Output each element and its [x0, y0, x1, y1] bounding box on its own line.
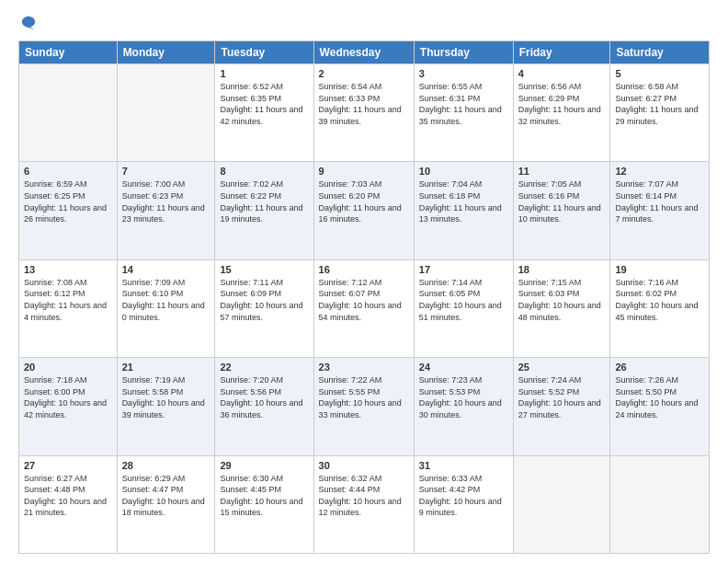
- header: [18, 15, 710, 31]
- calendar-cell: 16Sunrise: 7:12 AMSunset: 6:07 PMDayligh…: [313, 259, 414, 357]
- calendar-cell: 21Sunrise: 7:19 AMSunset: 5:58 PMDayligh…: [117, 358, 215, 455]
- day-info: Sunrise: 7:15 AMSunset: 6:03 PMDaylight:…: [518, 277, 606, 323]
- day-info: Sunrise: 7:26 AMSunset: 5:50 PMDaylight:…: [615, 374, 704, 420]
- calendar-cell: 14Sunrise: 7:09 AMSunset: 6:10 PMDayligh…: [117, 259, 215, 357]
- day-number: 3: [419, 68, 508, 79]
- day-number: 11: [518, 166, 606, 177]
- day-info: Sunrise: 7:09 AMSunset: 6:10 PMDaylight:…: [122, 277, 210, 323]
- calendar-cell: 1Sunrise: 6:52 AMSunset: 6:35 PMDaylight…: [215, 64, 313, 162]
- calendar-cell: 6Sunrise: 6:59 AMSunset: 6:25 PMDaylight…: [19, 162, 118, 259]
- day-info: Sunrise: 6:55 AMSunset: 6:31 PMDaylight:…: [419, 81, 508, 127]
- day-info: Sunrise: 6:32 AMSunset: 4:44 PMDaylight:…: [319, 473, 409, 519]
- calendar-cell: 2Sunrise: 6:54 AMSunset: 6:33 PMDaylight…: [313, 64, 414, 162]
- calendar-cell: 18Sunrise: 7:15 AMSunset: 6:03 PMDayligh…: [513, 259, 610, 357]
- day-number: 31: [419, 460, 508, 471]
- day-number: 7: [122, 166, 210, 177]
- day-info: Sunrise: 7:16 AMSunset: 6:02 PMDaylight:…: [615, 277, 704, 323]
- calendar-cell: 10Sunrise: 7:04 AMSunset: 6:18 PMDayligh…: [414, 162, 513, 259]
- day-number: 4: [518, 68, 606, 79]
- day-number: 25: [518, 362, 606, 373]
- logo: [18, 15, 37, 31]
- week-row-2: 6Sunrise: 6:59 AMSunset: 6:25 PMDaylight…: [19, 162, 710, 259]
- day-number: 15: [220, 264, 308, 275]
- day-info: Sunrise: 6:33 AMSunset: 4:42 PMDaylight:…: [419, 473, 508, 519]
- day-info: Sunrise: 7:24 AMSunset: 5:52 PMDaylight:…: [518, 374, 606, 420]
- logo-text: [18, 15, 37, 31]
- day-info: Sunrise: 7:07 AMSunset: 6:14 PMDaylight:…: [615, 178, 704, 224]
- week-row-4: 20Sunrise: 7:18 AMSunset: 6:00 PMDayligh…: [19, 358, 710, 455]
- day-number: 12: [615, 166, 704, 177]
- weekday-header-saturday: Saturday: [610, 41, 710, 64]
- calendar-cell: 12Sunrise: 7:07 AMSunset: 6:14 PMDayligh…: [610, 162, 710, 259]
- day-info: Sunrise: 7:02 AMSunset: 6:22 PMDaylight:…: [220, 178, 308, 224]
- day-number: 29: [220, 460, 308, 471]
- day-info: Sunrise: 7:08 AMSunset: 6:12 PMDaylight:…: [24, 277, 112, 323]
- day-number: 27: [24, 460, 112, 471]
- day-info: Sunrise: 6:59 AMSunset: 6:25 PMDaylight:…: [24, 178, 112, 224]
- calendar-cell: 22Sunrise: 7:20 AMSunset: 5:56 PMDayligh…: [215, 358, 313, 455]
- calendar-page: SundayMondayTuesdayWednesdayThursdayFrid…: [0, 0, 728, 563]
- week-row-5: 27Sunrise: 6:27 AMSunset: 4:48 PMDayligh…: [19, 455, 710, 553]
- day-info: Sunrise: 7:20 AMSunset: 5:56 PMDaylight:…: [220, 374, 308, 420]
- day-info: Sunrise: 7:23 AMSunset: 5:53 PMDaylight:…: [419, 374, 508, 420]
- logo-bird-icon: [20, 15, 37, 31]
- day-info: Sunrise: 7:05 AMSunset: 6:16 PMDaylight:…: [518, 178, 606, 224]
- calendar-cell: [117, 64, 215, 162]
- calendar-cell: 27Sunrise: 6:27 AMSunset: 4:48 PMDayligh…: [19, 455, 118, 553]
- calendar-cell: 24Sunrise: 7:23 AMSunset: 5:53 PMDayligh…: [414, 358, 513, 455]
- day-info: Sunrise: 7:12 AMSunset: 6:07 PMDaylight:…: [319, 277, 409, 323]
- day-number: 24: [419, 362, 508, 373]
- weekday-header-friday: Friday: [513, 41, 610, 64]
- calendar-cell: 19Sunrise: 7:16 AMSunset: 6:02 PMDayligh…: [610, 259, 710, 357]
- weekday-header-row: SundayMondayTuesdayWednesdayThursdayFrid…: [19, 41, 710, 64]
- calendar-cell: 5Sunrise: 6:58 AMSunset: 6:27 PMDaylight…: [610, 64, 710, 162]
- day-info: Sunrise: 7:03 AMSunset: 6:20 PMDaylight:…: [319, 178, 409, 224]
- day-number: 13: [24, 264, 112, 275]
- day-number: 14: [122, 264, 210, 275]
- calendar-cell: 28Sunrise: 6:29 AMSunset: 4:47 PMDayligh…: [117, 455, 215, 553]
- day-number: 16: [319, 264, 409, 275]
- calendar-cell: 9Sunrise: 7:03 AMSunset: 6:20 PMDaylight…: [313, 162, 414, 259]
- day-info: Sunrise: 7:22 AMSunset: 5:55 PMDaylight:…: [319, 374, 409, 420]
- calendar-cell: 30Sunrise: 6:32 AMSunset: 4:44 PMDayligh…: [313, 455, 414, 553]
- day-number: 26: [615, 362, 704, 373]
- day-number: 28: [122, 460, 210, 471]
- day-number: 6: [24, 166, 112, 177]
- day-number: 2: [319, 68, 409, 79]
- day-info: Sunrise: 7:11 AMSunset: 6:09 PMDaylight:…: [220, 277, 308, 323]
- day-number: 19: [615, 264, 704, 275]
- weekday-header-tuesday: Tuesday: [215, 41, 313, 64]
- calendar-cell: 15Sunrise: 7:11 AMSunset: 6:09 PMDayligh…: [215, 259, 313, 357]
- day-info: Sunrise: 7:00 AMSunset: 6:23 PMDaylight:…: [122, 178, 210, 224]
- weekday-header-monday: Monday: [117, 41, 215, 64]
- day-number: 1: [220, 68, 308, 79]
- day-number: 18: [518, 264, 606, 275]
- day-info: Sunrise: 6:52 AMSunset: 6:35 PMDaylight:…: [220, 81, 308, 127]
- day-info: Sunrise: 6:56 AMSunset: 6:29 PMDaylight:…: [518, 81, 606, 127]
- calendar-cell: 11Sunrise: 7:05 AMSunset: 6:16 PMDayligh…: [513, 162, 610, 259]
- calendar-table: SundayMondayTuesdayWednesdayThursdayFrid…: [18, 40, 710, 554]
- day-number: 21: [122, 362, 210, 373]
- day-info: Sunrise: 7:14 AMSunset: 6:05 PMDaylight:…: [419, 277, 508, 323]
- day-info: Sunrise: 6:58 AMSunset: 6:27 PMDaylight:…: [615, 81, 704, 127]
- day-number: 8: [220, 166, 308, 177]
- weekday-header-sunday: Sunday: [19, 41, 118, 64]
- day-info: Sunrise: 7:18 AMSunset: 6:00 PMDaylight:…: [24, 374, 112, 420]
- weekday-header-wednesday: Wednesday: [313, 41, 414, 64]
- week-row-3: 13Sunrise: 7:08 AMSunset: 6:12 PMDayligh…: [19, 259, 710, 357]
- calendar-cell: 13Sunrise: 7:08 AMSunset: 6:12 PMDayligh…: [19, 259, 118, 357]
- calendar-cell: 3Sunrise: 6:55 AMSunset: 6:31 PMDaylight…: [414, 64, 513, 162]
- day-number: 10: [419, 166, 508, 177]
- weekday-header-thursday: Thursday: [414, 41, 513, 64]
- calendar-cell: 23Sunrise: 7:22 AMSunset: 5:55 PMDayligh…: [313, 358, 414, 455]
- day-number: 9: [319, 166, 409, 177]
- day-info: Sunrise: 6:54 AMSunset: 6:33 PMDaylight:…: [319, 81, 409, 127]
- calendar-cell: 25Sunrise: 7:24 AMSunset: 5:52 PMDayligh…: [513, 358, 610, 455]
- calendar-cell: 8Sunrise: 7:02 AMSunset: 6:22 PMDaylight…: [215, 162, 313, 259]
- day-number: 20: [24, 362, 112, 373]
- calendar-cell: 20Sunrise: 7:18 AMSunset: 6:00 PMDayligh…: [19, 358, 118, 455]
- calendar-cell: 17Sunrise: 7:14 AMSunset: 6:05 PMDayligh…: [414, 259, 513, 357]
- day-info: Sunrise: 6:30 AMSunset: 4:45 PMDaylight:…: [220, 473, 308, 519]
- calendar-cell: 7Sunrise: 7:00 AMSunset: 6:23 PMDaylight…: [117, 162, 215, 259]
- day-info: Sunrise: 6:29 AMSunset: 4:47 PMDaylight:…: [122, 473, 210, 519]
